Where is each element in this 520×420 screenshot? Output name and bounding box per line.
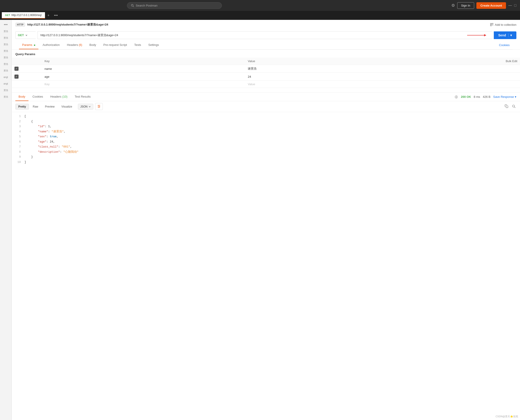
resp-tab-test-results[interactable]: Test Results — [72, 93, 94, 101]
tab-authorization[interactable]: Authorization — [39, 41, 63, 49]
svg-rect-4 — [490, 25, 491, 26]
response-size: 426 B — [483, 95, 490, 98]
param-row-empty: Key Value — [12, 81, 520, 88]
json-line-1: 1 [ — [15, 114, 516, 119]
request-row: GET Send ▾ — [15, 29, 516, 41]
url-input[interactable] — [37, 31, 492, 39]
add-to-collection-label: Add to collection — [495, 23, 516, 26]
method-dropdown-icon — [25, 34, 28, 36]
check-cell-2[interactable]: ✓ — [12, 73, 42, 81]
param-row-1: ✓ name 谢景浩 — [12, 65, 520, 73]
format-bar: Pretty Raw Preview Visualize JSON — [12, 101, 520, 112]
signin-button[interactable]: Sign In — [457, 2, 474, 9]
resp-tab-cookies[interactable]: Cookies — [29, 93, 46, 101]
tab-get-request[interactable]: GET http://127.0.0.1:8000/req/ — [2, 12, 45, 19]
method-select[interactable]: GET — [15, 31, 36, 39]
check-cell-empty — [12, 81, 42, 88]
params-table: Key Value Bulk Edit ✓ name 谢景浩 — [12, 58, 520, 88]
minimize-icon[interactable]: — — [508, 3, 512, 8]
check-cell-1[interactable]: ✓ — [12, 65, 42, 73]
breadcrumb-url: http://127.0.0.1:8000/req/students7/?nam… — [27, 22, 108, 27]
format-visualize-btn[interactable]: Visualize — [59, 104, 75, 110]
tabbar: GET http://127.0.0.1:8000/req/ + ••• — [0, 11, 520, 20]
tab-prerequest[interactable]: Pre-request Script — [100, 41, 130, 49]
response-status: 200 OK 8 ms 426 B Save Response ▾ — [454, 95, 516, 99]
tab-settings[interactable]: Settings — [145, 41, 162, 49]
send-label: Send — [498, 33, 506, 37]
sidebar-item-4[interactable]: 景浩 — [1, 48, 10, 54]
json-viewer: 1 [ 2 { 3 "id": 1, 4 "name": "谢景浩", — [12, 112, 520, 166]
topbar: Search Postman ⚙ Sign In Create Account … — [0, 0, 520, 11]
col-bulk-header[interactable]: Bulk Edit — [448, 58, 520, 65]
json-line-3: 3 "id": 1, — [15, 124, 516, 129]
create-account-button[interactable]: Create Account — [476, 2, 506, 9]
resp-tab-body[interactable]: Body — [15, 93, 29, 101]
send-button[interactable]: Send ▾ — [494, 31, 516, 39]
format-raw-btn[interactable]: Raw — [30, 104, 41, 110]
copy-button[interactable] — [504, 104, 509, 110]
tab-params[interactable]: Params — [19, 41, 38, 49]
sidebar: ••• 景浩 景浩 景浩 景浩 景浩 景浩 景浩 angt angt 景浩 景浩 — [0, 20, 12, 420]
json-line-4: 4 "name": "谢景浩", — [15, 129, 516, 135]
col-value-header: Value — [245, 58, 448, 65]
json-format-select[interactable]: JSON — [78, 104, 93, 110]
sidebar-item-5[interactable]: 景浩 — [1, 55, 10, 60]
status-code: 200 OK — [461, 95, 471, 98]
key-cell-empty[interactable]: Key — [42, 81, 245, 88]
response-time: 8 ms — [474, 95, 480, 98]
method-label: GET — [18, 33, 24, 37]
sidebar-item-1[interactable]: 景浩 — [1, 29, 10, 34]
tab-add-button[interactable]: + — [45, 12, 52, 19]
format-pretty-btn[interactable]: Pretty — [15, 104, 29, 110]
search-placeholder: Search Postman — [136, 4, 157, 7]
search-resp-icon — [512, 104, 515, 108]
sidebar-item-7[interactable]: 景浩 — [1, 68, 10, 73]
collection-icon — [490, 23, 494, 26]
tab-headers[interactable]: Headers (6) — [64, 41, 85, 49]
value-cell-2[interactable]: 24 — [245, 73, 448, 81]
svg-rect-3 — [492, 23, 493, 24]
col-key-header: Key — [42, 58, 245, 65]
tab-tests[interactable]: Tests — [131, 41, 144, 49]
param-row-2: ✓ age 24 — [12, 73, 520, 81]
action-cell-empty — [448, 81, 520, 88]
svg-marker-6 — [484, 34, 486, 36]
tab-cookies[interactable]: Cookies — [496, 41, 513, 49]
save-response-button[interactable]: Save Response ▾ — [493, 95, 516, 98]
value-cell-empty[interactable]: Value — [245, 81, 448, 88]
gear-icon[interactable]: ⚙ — [451, 3, 455, 8]
json-line-9: 9 } — [15, 155, 516, 160]
search-bar[interactable]: Search Postman — [127, 2, 222, 9]
key-cell-2[interactable]: age — [42, 73, 245, 81]
value-cell-1[interactable]: 谢景浩 — [245, 65, 448, 73]
save-response-dropdown-icon: ▾ — [515, 95, 516, 98]
main-content: HTTP http://127.0.0.1:8000/req/students7… — [12, 20, 520, 420]
format-preview-btn[interactable]: Preview — [42, 104, 58, 110]
sidebar-item-10[interactable]: 景浩 — [1, 87, 10, 93]
wrap-button[interactable] — [95, 103, 103, 110]
tab-body[interactable]: Body — [86, 41, 99, 49]
search-response-button[interactable] — [511, 104, 516, 110]
maximize-icon[interactable]: □ — [514, 3, 516, 8]
sidebar-item-6[interactable]: 景浩 — [1, 61, 10, 67]
tab-method: GET — [5, 14, 10, 16]
sidebar-dots[interactable]: ••• — [3, 22, 8, 28]
add-to-collection-button[interactable]: Add to collection — [490, 23, 516, 26]
url-input-wrapper — [37, 31, 492, 39]
url-section: HTTP http://127.0.0.1:8000/req/students7… — [12, 20, 520, 50]
tab-more-button[interactable]: ••• — [52, 12, 60, 19]
copy-icon — [505, 104, 508, 108]
sidebar-item-9[interactable]: angt — [1, 81, 10, 87]
send-dropdown-icon[interactable]: ▾ — [508, 33, 512, 37]
main-layout: ••• 景浩 景浩 景浩 景浩 景浩 景浩 景浩 angt angt 景浩 景浩… — [0, 20, 520, 420]
resp-tab-headers[interactable]: Headers (10) — [47, 93, 71, 101]
sidebar-item-3[interactable]: 景浩 — [1, 42, 10, 47]
key-cell-1[interactable]: name — [42, 65, 245, 73]
sidebar-item-2[interactable]: 景浩 — [1, 35, 10, 41]
req-tabs: Params Authorization Headers (6) Body — [15, 41, 516, 50]
action-cell-1 — [448, 65, 520, 73]
json-line-5: 5 "sex": true, — [15, 134, 516, 139]
sidebar-item-11[interactable]: 景浩 — [1, 94, 10, 100]
action-cell-2 — [448, 73, 520, 81]
sidebar-item-8[interactable]: angt — [1, 74, 10, 80]
